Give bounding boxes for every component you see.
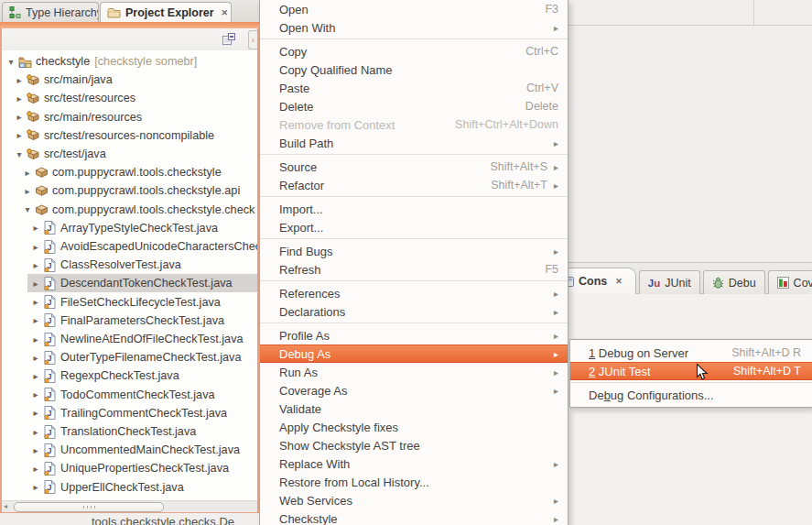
tree-item[interactable]: ▸JUncommentedMainCheckTest.java (2, 441, 257, 459)
context-menu: OpenF3Open With▸CopyCtrl+CCopy Qualified… (259, 0, 568, 525)
tree-collapsed-arrow-icon[interactable]: ▸ (31, 260, 40, 270)
menu-item-copy[interactable]: CopyCtrl+C (260, 42, 568, 60)
tree-collapsed-arrow-icon[interactable]: ▸ (31, 297, 40, 307)
tree-collapsed-arrow-icon[interactable]: ▸ (31, 223, 40, 233)
menu-item-restore-from-local-history[interactable]: Restore from Local History... (260, 473, 568, 491)
tree-collapsed-arrow-icon[interactable]: ▸ (31, 242, 40, 252)
submenu-item-1-debug-on-server[interactable]: 1 Debug on ServerShift+Alt+D R (570, 344, 812, 362)
srcfolder-icon (27, 111, 40, 123)
tree-item[interactable]: ▸src/main/resources (2, 108, 257, 126)
tree-collapsed-arrow-icon[interactable]: ▸ (31, 334, 40, 345)
bottom-tab-label: Debu (729, 277, 756, 290)
menu-item-refactor[interactable]: RefactorShift+Alt+T▸ (260, 176, 568, 194)
tree-expanded-arrow-icon[interactable]: ▾ (6, 57, 16, 67)
tree-item[interactable]: ▸JAvoidEscapedUnicodeCharactersChec (2, 237, 257, 256)
view-tab-type-hierarchy[interactable]: Type Hierarchy (2, 2, 99, 22)
tree-collapsed-arrow-icon[interactable]: ▸ (31, 408, 40, 418)
close-icon[interactable]: ✕ (615, 277, 623, 286)
collapse-all-button[interactable] (221, 31, 237, 47)
tree-collapsed-arrow-icon[interactable]: ▸ (31, 315, 40, 325)
tree-item[interactable]: ▸JUpperEllCheckTest.java (2, 478, 257, 497)
tree-collapsed-arrow-icon[interactable]: ▸ (31, 427, 40, 437)
menu-item-find-bugs[interactable]: Find Bugs▸ (260, 242, 568, 260)
menu-item-show-checkstyle-ast-tree[interactable]: Show Checkstyle AST tree (260, 436, 568, 454)
bottom-tab-label: JUnit (665, 277, 690, 290)
tree-collapsed-arrow-icon[interactable]: ▸ (15, 75, 24, 85)
tree-expanded-arrow-icon[interactable]: ▾ (15, 149, 24, 159)
menu-item-build-path[interactable]: Build Path▸ (260, 134, 568, 152)
menu-item-run-as[interactable]: Run As▸ (260, 363, 568, 381)
tree-item[interactable]: ▸JArrayTypeStyleCheckTest.java (2, 219, 257, 237)
submenu-item-debug-configurations[interactable]: Debug Configurations... (570, 386, 812, 404)
tree-collapsed-arrow-icon[interactable]: ▸ (31, 389, 40, 399)
menu-item-export[interactable]: Export... (260, 218, 568, 236)
tree-collapsed-arrow-icon[interactable]: ▸ (31, 464, 40, 474)
menu-item-validate[interactable]: Validate (260, 399, 568, 418)
tree-collapsed-arrow-icon[interactable]: ▸ (23, 186, 32, 196)
tree-collapsed-arrow-icon[interactable]: ▸ (15, 112, 24, 122)
tree-item[interactable]: ▸JOuterTypeFilenameCheckTest.java (2, 348, 257, 366)
menu-item-label: Copy (279, 45, 307, 59)
menu-item-label: Open (279, 3, 309, 16)
submenu-item-2-junit-test[interactable]: 2 JUnit TestShift+Alt+D T (570, 362, 812, 380)
tree-item[interactable]: ▸JTrailingCommentCheckTest.java (2, 404, 257, 422)
view-menu-button[interactable]: ‹ (248, 30, 257, 49)
menu-item-debug-as[interactable]: Debug As▸ (260, 345, 568, 363)
menu-item-declarations[interactable]: Declarations▸ (260, 302, 568, 321)
horizontal-scrollbar[interactable]: ◂ (2, 500, 257, 512)
tree-collapsed-arrow-icon[interactable]: ▸ (31, 279, 40, 289)
scrollbar-thumb[interactable] (14, 502, 164, 512)
tree-item[interactable]: ▸JFinalParametersCheckTest.java (2, 312, 257, 330)
tree-collapsed-arrow-icon[interactable]: ▸ (15, 130, 24, 140)
menu-item-web-services[interactable]: Web Services▸ (260, 491, 568, 509)
menu-item-profile-as[interactable]: Profile As▸ (260, 326, 568, 345)
tree-item[interactable]: ▸JClassResolverTest.java (2, 256, 257, 274)
tree-item[interactable]: ▸src/test/resources (2, 89, 257, 107)
tree-collapsed-arrow-icon[interactable]: ▸ (31, 482, 40, 492)
menu-item-replace-with[interactable]: Replace With▸ (260, 454, 568, 473)
bottom-tab-cover[interactable]: Cover (768, 270, 812, 294)
tree-item[interactable]: ▾checkstyle [checkstyle somebr] (2, 52, 257, 71)
tree-item[interactable]: ▾com.puppycrawl.tools.checkstyle.check (2, 201, 257, 219)
tree-collapsed-arrow-icon[interactable]: ▸ (31, 371, 40, 381)
tree-item[interactable]: ▸JTodoCommentCheckTest.java (2, 386, 257, 404)
tree-collapsed-arrow-icon[interactable]: ▸ (31, 353, 40, 363)
tree-collapsed-arrow-icon[interactable]: ▸ (23, 168, 32, 178)
tree-expanded-arrow-icon[interactable]: ▾ (23, 204, 32, 214)
tree-item[interactable]: ▸src/test/resources-noncompilable (2, 126, 257, 145)
tree-item[interactable]: ▸JRegexpCheckTest.java (2, 366, 257, 385)
menu-item-paste[interactable]: PasteCtrl+V (260, 79, 568, 97)
tree-collapsed-arrow-icon[interactable]: ▸ (15, 93, 24, 104)
menu-item-import[interactable]: Import... (260, 200, 568, 218)
menu-item-source[interactable]: SourceShift+Alt+S▸ (260, 158, 568, 176)
view-tab-project-explorer[interactable]: Project Explorer✕ (100, 2, 232, 22)
menu-item-delete[interactable]: DeleteDelete (260, 97, 568, 115)
tree-item[interactable]: ▸JUniquePropertiesCheckTest.java (2, 459, 257, 477)
scroll-left-arrow[interactable]: ◂ (4, 501, 7, 511)
tree-item[interactable]: ▸JTranslationCheckTest.java (2, 422, 257, 441)
submenu-arrow-icon: ▸ (547, 289, 558, 299)
bottom-tab-junit[interactable]: JuJUnit (639, 270, 700, 294)
tree-item[interactable]: ▾src/test/java (2, 145, 257, 163)
tree-item-label: OuterTypeFilenameCheckTest.java (60, 351, 241, 364)
tree-item[interactable]: ▸src/main/java (2, 71, 257, 89)
tree-item[interactable]: ▸JFileSetCheckLifecycleTest.java (2, 293, 257, 312)
tree-item[interactable]: ▸JNewlineAtEndOfFileCheckTest.java (2, 330, 257, 348)
menu-item-coverage-as[interactable]: Coverage As▸ (260, 381, 568, 399)
close-icon[interactable]: ✕ (222, 8, 229, 17)
tree-item[interactable]: ▸JDescendantTokenCheckTest.java (2, 274, 257, 292)
menu-item-open[interactable]: OpenF3 (260, 0, 568, 18)
submenu-item-label: Debug Configurations... (589, 388, 714, 402)
bottom-tab-debu[interactable]: Debu (703, 270, 765, 294)
menu-item-open-with[interactable]: Open With▸ (260, 18, 568, 37)
menu-item-apply-checkstyle-fixes[interactable]: Apply Checkstyle fixes (260, 418, 568, 436)
status-bar: tools.checkstyle.checks.De (92, 515, 258, 525)
tree-item[interactable]: ▸com.puppycrawl.tools.checkstyle.api (2, 181, 257, 200)
menu-item-copy-qualified-name[interactable]: Copy Qualified Name (260, 60, 568, 79)
menu-item-references[interactable]: References▸ (260, 284, 568, 302)
menu-item-checkstyle[interactable]: Checkstyle▸ (260, 509, 568, 525)
tree-item[interactable]: ▸com.puppycrawl.tools.checkstyle (2, 163, 257, 181)
tree-collapsed-arrow-icon[interactable]: ▸ (31, 445, 40, 455)
scrollbar-grip (83, 506, 95, 509)
menu-item-refresh[interactable]: RefreshF5 (260, 260, 568, 279)
